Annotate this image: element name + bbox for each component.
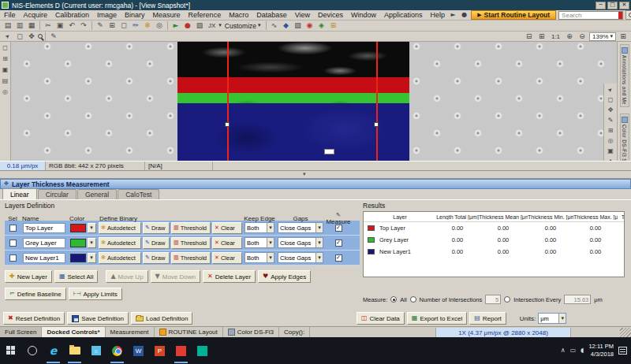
draw-button[interactable]: Draw (143, 222, 170, 234)
pointer-tool-icon[interactable] (2, 32, 13, 41)
search-input[interactable]: Search (558, 11, 623, 20)
tab-color-ds-fi3[interactable]: Color DS-Fi3 (223, 327, 279, 337)
run-icon[interactable] (170, 21, 181, 31)
pointer-side-icon[interactable] (606, 85, 616, 95)
play-icon[interactable] (449, 11, 457, 20)
menu-reference[interactable]: Reference (185, 11, 226, 19)
apply-edges-button[interactable]: Apply Edges (258, 270, 311, 283)
splitter-grip-icon[interactable]: ▾ (303, 172, 306, 177)
start-routine-layout-button[interactable]: Start Routine Layout (471, 10, 556, 20)
measure-checkbox[interactable] (335, 240, 342, 247)
layer-name-input[interactable]: Grey Layer (23, 238, 65, 248)
select-checkbox[interactable] (9, 225, 17, 232)
annotate-tool-icon[interactable] (48, 32, 59, 41)
binary-icon[interactable] (293, 21, 304, 31)
pan-tool-icon[interactable] (26, 32, 37, 41)
close-button[interactable] (619, 2, 629, 9)
radio-all[interactable] (390, 296, 397, 303)
new-layer-button[interactable]: New Layer (5, 270, 52, 283)
line-handle[interactable] (225, 122, 230, 127)
roi-strip-icon[interactable] (1, 43, 10, 52)
units-dropdown[interactable]: μm (538, 313, 566, 324)
snapshot-image[interactable] (177, 42, 409, 161)
tab-measurement[interactable]: Measurement (106, 327, 155, 337)
undo-icon[interactable] (66, 21, 77, 31)
copy-strip-icon[interactable] (1, 65, 10, 74)
record-icon[interactable] (460, 11, 469, 20)
color-dropdown-button[interactable] (88, 238, 96, 248)
threshold-button[interactable]: Threshold (171, 252, 211, 264)
radio-intersection-every[interactable] (504, 296, 510, 303)
clear-button[interactable]: Clear (212, 252, 242, 264)
intersection-spacing-input[interactable]: 15.63 (564, 295, 591, 304)
tray-volume-icon[interactable]: ◖ (581, 347, 584, 354)
measurement-line-right[interactable] (376, 42, 378, 161)
print-icon[interactable] (26, 21, 37, 31)
draw-button[interactable]: Draw (143, 237, 170, 249)
measure-checkbox[interactable] (335, 254, 342, 262)
fit-screen-icon[interactable] (536, 32, 547, 41)
target-icon[interactable] (154, 21, 165, 31)
camera-icon[interactable] (304, 21, 316, 31)
color-dropdown-button[interactable] (88, 253, 96, 263)
menu-macro[interactable]: Macro (225, 11, 252, 19)
taskbar-word[interactable]: W (128, 337, 149, 364)
define-baseline-button[interactable]: Define Baseline (5, 288, 66, 300)
tab-routine-layout[interactable]: ROUTINE Layout (155, 327, 223, 337)
layer-row-new-layer1[interactable]: New Layer1 Autodetect Draw Threshold Cle… (5, 251, 360, 266)
layer-color-swatch[interactable] (70, 254, 86, 262)
menu-calibration[interactable]: Calibration (51, 11, 93, 19)
layers-strip-icon[interactable] (1, 76, 10, 85)
tile-view-icon[interactable] (618, 32, 629, 41)
menu-applications[interactable]: Applications (380, 11, 427, 19)
capture-icon[interactable] (182, 21, 193, 31)
result-row-top-layer[interactable]: Top Layer 0.00 0.00 0.00 0.00 (364, 222, 625, 234)
copy-icon[interactable] (54, 21, 65, 31)
result-row-grey-layer[interactable]: Grey Layer 0.00 0.00 0.00 0.00 (364, 234, 625, 246)
layout-mode-dropdown[interactable]: Simple (625, 10, 631, 20)
move-down-button[interactable]: Move Down (151, 270, 200, 283)
magnifier-tool-icon[interactable] (38, 34, 43, 39)
taskbar-edge[interactable]: e (43, 337, 64, 364)
tab-calotest[interactable]: CaloTest (118, 189, 159, 199)
select-all-button[interactable]: Select All (54, 270, 98, 283)
action-center-icon[interactable] (618, 347, 627, 355)
tab-annotations-measurements[interactable]: Annotations and Measurements (620, 44, 629, 107)
image-viewport[interactable] (0, 42, 631, 161)
tab-copy[interactable]: Copy(): (279, 327, 310, 337)
cut-icon[interactable] (43, 21, 54, 31)
roi-side-icon[interactable] (606, 95, 616, 105)
zoom-in-icon[interactable] (564, 32, 575, 41)
taskbar-app-red[interactable] (170, 337, 192, 364)
rect-tool-icon[interactable] (606, 126, 616, 136)
lut-icon[interactable] (281, 21, 292, 31)
ellipse-tool-icon[interactable] (606, 136, 616, 146)
zoom-out-icon[interactable] (577, 32, 588, 41)
draw-button[interactable]: Draw (143, 252, 170, 264)
clear-button[interactable]: Clear (212, 237, 242, 249)
menu-measure[interactable]: Measure (149, 11, 185, 19)
report-button[interactable]: Report (469, 312, 506, 325)
menu-image[interactable]: Image (93, 11, 121, 19)
color-dropdown-button[interactable] (88, 223, 96, 233)
autodetect-button[interactable]: Autodetect (99, 237, 141, 249)
tab-general[interactable]: General (77, 189, 117, 199)
clear-data-button[interactable]: Clear Data (357, 312, 405, 325)
tab-linear[interactable]: Linear (2, 188, 37, 199)
layer-row-top-layer[interactable]: Top Layer Autodetect Draw Threshold Clea… (5, 221, 360, 236)
fit-width-icon[interactable] (524, 32, 535, 41)
tray-display-icon[interactable]: ▭ (570, 347, 577, 354)
zoom-level-dropdown[interactable]: 139% (589, 32, 616, 41)
line-handle[interactable] (374, 122, 379, 127)
actual-size-button[interactable]: 1:1 (549, 33, 562, 40)
device-icon[interactable] (316, 21, 327, 31)
panel-splitter[interactable]: ▾ (0, 170, 631, 179)
panel-title-bar[interactable]: Layer Thickness Measurement (0, 179, 631, 189)
load-definition-button[interactable]: Load Definition (131, 312, 192, 325)
gaps-dropdown[interactable]: Close Gaps (278, 237, 323, 248)
redo-icon[interactable] (78, 21, 89, 31)
keep-edge-dropdown[interactable]: Both (245, 237, 274, 248)
tab-full-screen[interactable]: Full Screen (0, 327, 42, 337)
layer-color-swatch[interactable] (70, 224, 86, 232)
tray-expand-icon[interactable]: ∧ (561, 347, 566, 354)
